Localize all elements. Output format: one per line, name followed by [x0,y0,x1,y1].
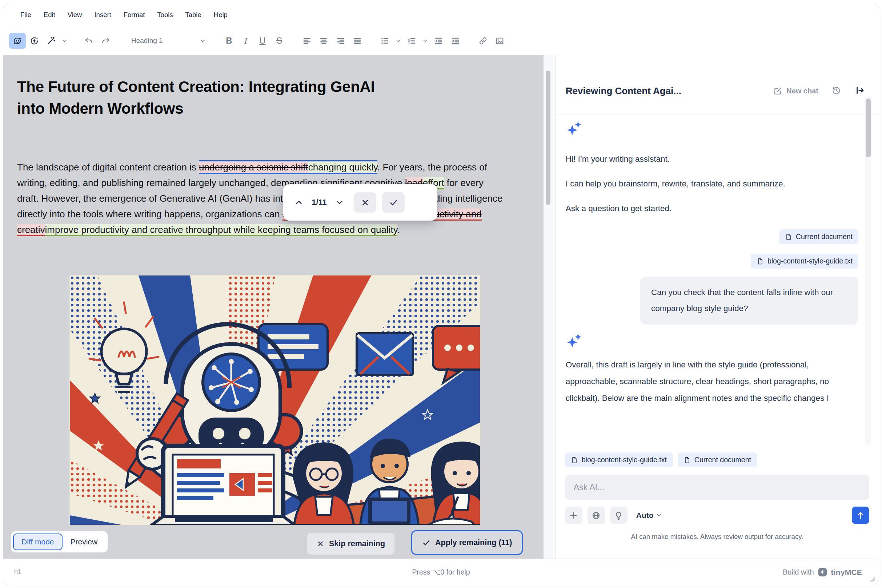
ai-chat-panel: Reviewing Content Agai... New chat Hi! I… [555,55,879,559]
history-icon [831,86,841,95]
previous-change-button[interactable] [290,194,307,211]
tinymce-branding[interactable]: Build with tinyMCE [783,567,862,577]
change-counter: 1/11 [307,198,331,207]
composer-actions: Auto [565,507,869,524]
editor-canvas[interactable]: The Future of Content Creation: Integrat… [3,55,544,559]
send-button[interactable] [852,507,869,524]
ai-chat-button[interactable] [9,33,26,49]
app-window: FileEditViewInsertFormatToolsTableHelp H… [3,3,879,585]
chevron-down-icon [656,512,663,519]
block-format-select[interactable]: Heading 1 [127,32,210,49]
lightbulb-icon [614,511,623,520]
diff-mode-button[interactable]: Diff mode [13,534,63,550]
toolbar: Heading 1BIUS [3,27,879,55]
image-button[interactable] [491,33,508,49]
ai-greeting-line3: Ask a question to get started. [566,200,858,217]
menu-table[interactable]: Table [179,11,207,19]
outdent-button[interactable] [430,33,447,49]
inserted-text[interactable]: changing quickly [308,162,377,172]
align-left-button[interactable] [299,33,315,49]
suggestions-button[interactable] [610,507,628,524]
underline-button[interactable]: U [254,33,271,49]
document-title[interactable]: The Future of Content Creation: Integrat… [17,76,403,119]
ai-shortcuts-icon [30,36,39,45]
inserted-text[interactable]: improve productivity and creative throug… [45,224,397,236]
italic-icon: I [244,36,247,46]
status-bar: h1 Press ⌥0 for help Build with tinyMCE [3,559,879,585]
ai-sparkles-icon [566,332,583,349]
reject-change-button[interactable] [354,192,376,213]
indent-button[interactable] [447,33,464,49]
toolbar-group [9,33,69,49]
align-right-button[interactable] [332,33,349,49]
document-icon [785,233,792,241]
add-attachment-button[interactable] [565,507,582,524]
attachment-chip[interactable]: blog-content-style-guide.txt [751,254,858,268]
view-mode-toggle: Diff mode Preview [11,531,108,553]
magic-wand-menu-button[interactable] [59,33,69,49]
menu-help[interactable]: Help [207,11,234,19]
deleted-text[interactable]: undergoing a seismic shift [199,162,308,172]
chevron-down-icon [62,38,68,44]
tinymce-logo-icon [817,567,828,577]
ask-ai-input[interactable] [565,475,869,500]
resize-grip-icon[interactable] [868,574,876,582]
magic-wand-button[interactable] [42,33,59,49]
list-number-button[interactable] [403,33,420,49]
apply-remaining-button[interactable]: Apply remaining (11) [411,530,523,555]
menu-file[interactable]: File [14,11,38,19]
list-bullet-button[interactable] [376,33,393,49]
model-mode-select[interactable]: Auto [636,511,663,520]
menu-format[interactable]: Format [117,11,151,19]
context-chip[interactable]: blog-content-style-guide.txt [565,453,673,467]
toolbar-group [80,33,114,49]
ai-shortcuts-button[interactable] [26,33,42,49]
globe-icon [592,511,601,520]
accept-change-button[interactable] [382,192,405,213]
align-center-button[interactable] [315,33,332,49]
chevron-down-icon [395,38,401,44]
close-icon [317,540,324,548]
underline-icon: U [259,36,265,46]
selected-change[interactable]: undergoing a seismic shiftchanging quick… [199,160,377,174]
chat-title: Reviewing Content Agai... [566,86,681,97]
context-chip[interactable]: Current document [678,453,757,467]
italic-button[interactable]: I [237,33,254,49]
document-illustration[interactable] [69,275,480,525]
list-number-menu-button[interactable] [420,33,430,49]
menu-view[interactable]: View [62,11,88,19]
document-icon [757,258,764,265]
paragraph-text: The landscape of digital content creatio… [17,162,199,172]
link-button[interactable] [475,33,491,49]
bold-icon: B [226,36,232,46]
editor-scrollbar-thumb[interactable] [546,70,550,205]
list-bullet-menu-button[interactable] [393,33,403,49]
menu-edit[interactable]: Edit [38,11,62,19]
redo-icon [101,36,110,45]
web-search-button[interactable] [587,507,605,524]
chat-scrollbar-thumb[interactable] [865,99,871,158]
undo-button[interactable] [80,33,97,49]
image-icon [495,36,504,45]
chat-history-button[interactable] [831,86,841,97]
preview-button[interactable]: Preview [63,534,106,549]
align-justify-icon [353,36,362,45]
collapse-panel-button[interactable] [855,86,865,97]
strikethrough-button[interactable]: S [271,33,288,49]
skip-remaining-button[interactable]: Skip remaining [307,533,394,555]
ai-disclaimer: AI can make mistakes. Always review outp… [565,533,869,541]
attachment-chip[interactable]: Current document [779,230,858,244]
paragraph-text: . [397,224,400,235]
editor-scrollbar[interactable] [544,55,555,559]
user-message-text: Can you check that the content falls inl… [651,285,847,316]
change-navigator-popup: 1/11 [283,184,437,220]
bold-button[interactable]: B [221,33,237,49]
align-right-icon [336,36,345,45]
menu-insert[interactable]: Insert [88,11,117,19]
ai-sparkles-icon [566,120,583,137]
menu-tools[interactable]: Tools [151,11,179,19]
next-change-button[interactable] [331,194,348,211]
align-justify-button[interactable] [349,33,365,49]
new-chat-button[interactable]: New chat [773,87,818,96]
redo-button[interactable] [97,33,114,49]
